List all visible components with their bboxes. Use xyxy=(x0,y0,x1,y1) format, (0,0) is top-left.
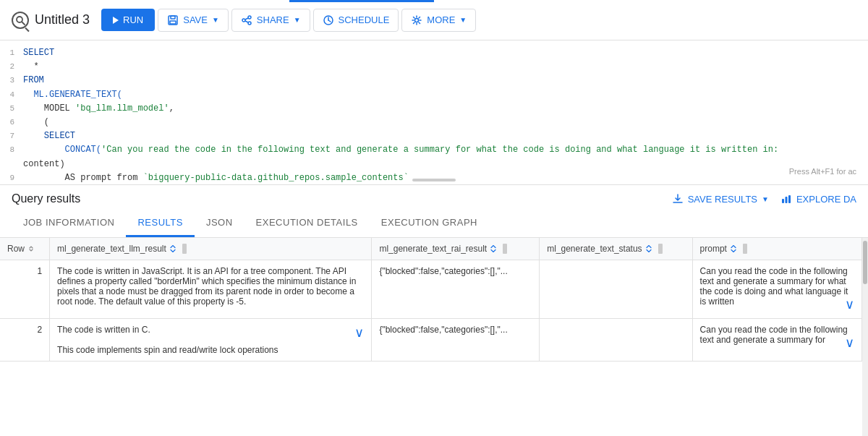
col-status-label: ml_generate_text_status xyxy=(547,244,642,254)
sort-icon[interactable] xyxy=(490,245,497,252)
code-line-8: 8 CONCAT('Can you read the code in the f… xyxy=(0,143,868,157)
active-tab-indicator xyxy=(289,0,434,2)
col-rai-label: ml_generate_text_rai_result xyxy=(379,244,487,254)
svg-point-13 xyxy=(415,18,419,22)
svg-rect-15 xyxy=(782,199,784,203)
col-header-status: ml_generate_text_status xyxy=(540,238,692,260)
line-number: 8 xyxy=(0,143,23,157)
page-content: Untitled 3 RUN SAVE ▼ xyxy=(0,0,868,436)
tab-execution-graph[interactable]: EXECUTION GRAPH xyxy=(370,210,489,237)
page-title: Untitled 3 xyxy=(35,12,90,27)
col-resize-handle[interactable] xyxy=(182,244,187,254)
tab-execution-details[interactable]: EXECUTION DETAILS xyxy=(244,210,370,237)
svg-point-6 xyxy=(248,16,251,19)
results-title: Query results xyxy=(12,192,80,205)
expand-icon[interactable]: ∨ xyxy=(845,296,854,312)
col-resize-handle[interactable] xyxy=(743,244,747,254)
code-line-2: 2 * xyxy=(0,60,868,74)
sort-icon[interactable] xyxy=(169,245,176,252)
col-resize-handle[interactable] xyxy=(503,244,507,254)
title-area: Untitled 3 xyxy=(12,12,90,29)
sort-icon[interactable] xyxy=(730,245,737,252)
line-content: content) xyxy=(23,158,868,171)
tab-results[interactable]: RESULTS xyxy=(126,210,195,237)
line-number: 5 xyxy=(0,102,23,116)
line-content: CONCAT('Can you read the code in the fol… xyxy=(23,143,868,157)
more-chevron-icon: ▼ xyxy=(459,16,467,24)
code-line-1: 1 SELECT xyxy=(0,46,868,60)
svg-point-0 xyxy=(17,17,22,22)
cell-prompt-2: Can you read the code in the following t… xyxy=(692,319,861,362)
svg-line-8 xyxy=(245,18,248,20)
tab-json[interactable]: JSON xyxy=(195,210,244,237)
col-prompt-label: prompt xyxy=(700,244,727,254)
schedule-icon xyxy=(323,14,334,26)
col-llm-label: ml_generate_text_llm_result xyxy=(57,244,166,254)
code-line-6: 6 ( xyxy=(0,116,868,129)
line-number: 4 xyxy=(0,88,23,102)
svg-point-7 xyxy=(248,22,251,25)
svg-rect-17 xyxy=(788,195,791,203)
cell-prompt-1: Can you read the code in the following t… xyxy=(692,260,861,319)
results-table: Row ml_generate_text_llm_result xyxy=(0,238,862,362)
sort-icon[interactable] xyxy=(645,245,652,252)
horizontal-scrollbar[interactable] xyxy=(412,179,456,181)
cell-rai-2: {"blocked":false,"categories":[],"... xyxy=(372,319,540,362)
editor-hint: Press Alt+F1 for ac xyxy=(789,166,856,179)
explore-button[interactable]: EXPLORE DA xyxy=(780,193,856,205)
svg-point-5 xyxy=(242,19,245,22)
line-number: 7 xyxy=(0,129,23,143)
cell-rai-1: {"blocked":false,"categories":[],"... xyxy=(372,260,540,319)
line-content: MODEL 'bq_llm.llm_model', xyxy=(23,102,868,116)
tab-job-information[interactable]: JOB INFORMATION xyxy=(12,210,126,237)
cell-status-1 xyxy=(540,260,692,319)
svg-line-12 xyxy=(328,20,331,22)
table-row: 1 The code is written in JavaScript. It … xyxy=(0,260,862,319)
results-actions: SAVE RESULTS ▼ EXPLORE DA xyxy=(672,193,856,205)
line-content: FROM xyxy=(23,74,868,87)
share-chevron-icon: ▼ xyxy=(294,16,301,24)
line-number xyxy=(0,158,23,158)
vertical-scrollbar-track xyxy=(862,238,868,436)
code-line-8b: content) xyxy=(0,158,868,171)
results-section: Query results SAVE RESULTS ▼ xyxy=(0,185,868,436)
col-resize-handle[interactable] xyxy=(658,244,663,254)
toolbar: RUN SAVE ▼ SHARE xyxy=(101,9,476,32)
gear-icon xyxy=(411,14,422,26)
save-results-label: SAVE RESULTS xyxy=(688,194,757,205)
table-outer: Row ml_generate_text_llm_result xyxy=(0,238,868,436)
svg-line-1 xyxy=(22,22,25,25)
code-line-5: 5 MODEL 'bq_llm.llm_model', xyxy=(0,102,868,116)
svg-rect-16 xyxy=(785,197,787,203)
svg-rect-4 xyxy=(170,21,176,24)
table-scroll[interactable]: Row ml_generate_text_llm_result xyxy=(0,238,862,436)
expand-icon[interactable]: ∨ xyxy=(354,325,364,341)
header: Untitled 3 RUN SAVE ▼ xyxy=(0,0,868,40)
svg-rect-3 xyxy=(171,16,175,19)
cell-llm-1: The code is written in JavaScript. It is… xyxy=(50,260,372,319)
cell-llm-2: The code is written in C. ∨ This code im… xyxy=(50,319,372,362)
save-results-button[interactable]: SAVE RESULTS ▼ xyxy=(672,193,769,205)
download-icon xyxy=(672,193,684,205)
vertical-scrollbar-thumb[interactable] xyxy=(863,241,867,284)
code-editor[interactable]: 1 SELECT 2 * 3 FROM 4 ML.GENERATE_TEXT( … xyxy=(0,40,868,185)
save-button[interactable]: SAVE ▼ xyxy=(158,9,229,32)
save-chevron-icon: ▼ xyxy=(212,16,219,24)
schedule-button[interactable]: SCHEDULE xyxy=(313,9,399,32)
schedule-label: SCHEDULE xyxy=(339,14,390,25)
cell-status-2 xyxy=(540,319,692,362)
code-line-4: 4 ML.GENERATE_TEXT( xyxy=(0,88,868,102)
results-tabs: JOB INFORMATION RESULTS JSON EXECUTION D… xyxy=(0,210,868,238)
expand-icon[interactable]: ∨ xyxy=(845,335,854,351)
share-button[interactable]: SHARE ▼ xyxy=(231,9,310,32)
table-row: 2 The code is written in C. ∨ This code … xyxy=(0,319,862,362)
sort-icon xyxy=(27,245,35,252)
run-triangle-icon xyxy=(113,17,119,24)
table-header-row: Row ml_generate_text_llm_result xyxy=(0,238,862,260)
line-number: 2 xyxy=(0,60,23,74)
more-button[interactable]: MORE ▼ xyxy=(401,9,476,32)
results-header: Query results SAVE RESULTS ▼ xyxy=(0,185,868,205)
col-header-row: Row xyxy=(0,238,50,260)
save-icon xyxy=(167,14,179,26)
run-button[interactable]: RUN xyxy=(101,9,155,31)
